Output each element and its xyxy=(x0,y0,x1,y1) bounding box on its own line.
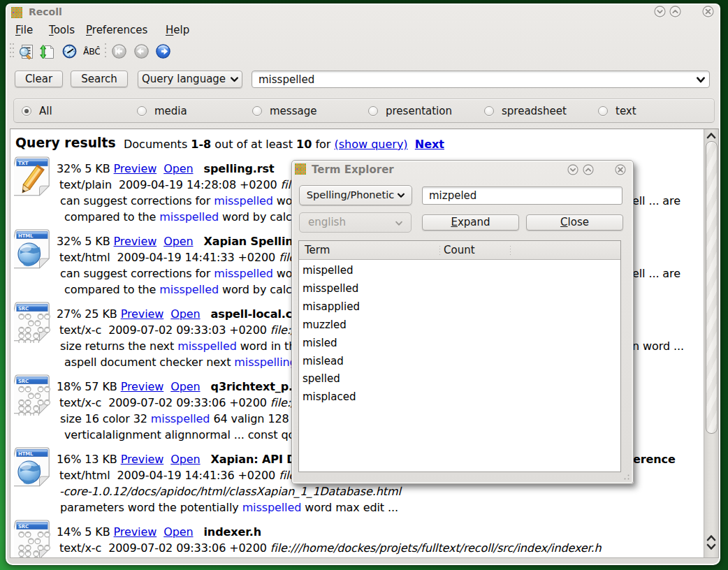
column-separator[interactable] xyxy=(510,246,511,255)
expand-button-label: Expand xyxy=(451,217,490,228)
open-link[interactable]: Open xyxy=(170,380,200,393)
results-scrollbar[interactable] xyxy=(704,129,718,557)
text-segment: aspell document checker next xyxy=(64,356,234,369)
search-input[interactable]: misspelled xyxy=(252,71,710,88)
sort-by-date-desc-button[interactable] xyxy=(62,44,77,61)
scroll-down-icon[interactable] xyxy=(706,543,716,551)
filter-radio-row: Allmediamessagepresentationspreadsheette… xyxy=(13,98,715,123)
toolbar-separator xyxy=(104,42,107,60)
preview-link[interactable]: Preview xyxy=(114,525,157,539)
preview-link[interactable]: Preview xyxy=(121,380,164,393)
term-input[interactable]: mizpeled xyxy=(422,187,623,205)
open-link[interactable]: Open xyxy=(163,162,193,175)
result-title: indexer.h xyxy=(203,525,261,539)
preview-link[interactable]: Preview xyxy=(121,453,164,466)
text-segment xyxy=(156,525,163,539)
text-segment: 27% 25 KB xyxy=(57,307,121,321)
recoll-app-icon xyxy=(295,163,306,175)
filter-radio-spreadsheet[interactable]: spreadsheet xyxy=(484,104,567,118)
search-term-highlight: misspelled xyxy=(214,267,273,280)
text-segment xyxy=(194,162,204,175)
term-input-value: mizpeled xyxy=(429,189,476,202)
term-row[interactable]: spelled xyxy=(303,370,512,388)
search-button-label: Search xyxy=(81,74,117,85)
text-segment xyxy=(201,453,211,466)
open-link[interactable]: Open xyxy=(170,453,200,466)
filter-radio-media[interactable]: media xyxy=(137,104,187,118)
open-link[interactable]: Open xyxy=(163,235,193,248)
show-query-link[interactable]: (show query) xyxy=(335,138,408,151)
resize-grip-icon[interactable] xyxy=(622,473,630,481)
text-segment: size 16 color 32 xyxy=(60,412,151,425)
search-button[interactable]: Search xyxy=(71,71,128,87)
preview-link[interactable]: Preview xyxy=(121,307,164,321)
sort-by-date-button[interactable] xyxy=(40,44,55,63)
filter-radio-text[interactable]: text xyxy=(598,104,636,118)
close-button[interactable] xyxy=(701,5,715,21)
recoll-app-icon xyxy=(11,7,22,18)
summary-text: Documents xyxy=(124,138,191,151)
text-segment: size returns the next xyxy=(60,339,177,353)
html-document-icon: HTML xyxy=(14,229,51,273)
result-line: -core-1.0.12/docs/apidoc/html/classXapia… xyxy=(59,483,401,499)
show-query-detail-button[interactable] xyxy=(19,44,34,63)
filter-radio-message[interactable]: message xyxy=(252,104,316,118)
text-segment: 32% 5 KB xyxy=(57,235,114,248)
text-segment xyxy=(163,453,170,466)
clear-button[interactable]: Clear xyxy=(15,71,63,87)
preview-link[interactable]: Preview xyxy=(114,162,157,175)
maximize-button[interactable] xyxy=(669,5,682,21)
text-segment: verticalalignment alignnormal ... const … xyxy=(64,428,326,441)
term-explorer-button[interactable]: ÅBĈ xyxy=(83,44,100,60)
column-header-count[interactable]: Count xyxy=(444,244,475,256)
svg-text:SRC: SRC xyxy=(18,379,29,384)
next-page-button[interactable] xyxy=(156,44,170,61)
summary-text: for xyxy=(312,138,334,151)
filter-radio-label: text xyxy=(616,105,636,117)
expand-button[interactable]: Expand xyxy=(422,214,519,231)
term-row[interactable]: misplaced xyxy=(303,388,512,406)
minimize-button[interactable] xyxy=(653,5,667,21)
maximize-button[interactable] xyxy=(582,163,595,179)
open-link[interactable]: Open xyxy=(163,525,193,539)
close-button[interactable] xyxy=(614,163,627,179)
expansion-mode-select[interactable]: Spelling/Phonetic xyxy=(299,185,412,205)
next-page-link[interactable]: Next xyxy=(415,138,444,151)
prev-page-button xyxy=(134,44,149,61)
term-row[interactable]: mispelled xyxy=(303,261,512,279)
summary-text: out of at least xyxy=(211,138,296,151)
term-row[interactable]: misspelled xyxy=(303,279,512,298)
filter-radio-label: message xyxy=(270,105,316,117)
term-row[interactable]: muzzled xyxy=(303,316,512,334)
close-button[interactable]: Close xyxy=(526,214,623,231)
scroll-up-icon[interactable] xyxy=(706,534,716,542)
result-line: 18% 57 KB Preview Open q3richtext_p.cpp xyxy=(57,379,315,395)
menu-preferences[interactable]: Preferences xyxy=(86,24,147,36)
query-language-select[interactable]: Query language xyxy=(138,71,242,88)
open-link[interactable]: Open xyxy=(170,307,200,321)
terms-table: Term Count mispelledmisspelledmisapplied… xyxy=(298,240,621,472)
menu-tools[interactable]: Tools xyxy=(49,24,75,36)
column-header-term[interactable]: Term xyxy=(305,244,330,256)
term-row[interactable]: misled xyxy=(303,334,512,352)
text-segment: can suggest corrections for xyxy=(60,267,214,280)
term-row[interactable]: mislead xyxy=(303,352,512,370)
term-row[interactable]: misapplied xyxy=(303,298,512,316)
menu-help[interactable]: Help xyxy=(166,24,189,36)
text-segment: text/x-c 2009-07-02 09:33:03 +0200 xyxy=(59,323,270,337)
results-header: Query resultsDocuments 1-8 out of at lea… xyxy=(15,136,700,154)
scroll-up-icon[interactable] xyxy=(706,131,716,140)
summary-text: 10 xyxy=(296,138,312,151)
menu-file[interactable]: File xyxy=(15,24,33,36)
search-term-highlight: misspelled xyxy=(159,210,219,224)
preview-link[interactable]: Preview xyxy=(114,235,157,248)
text-segment: text/html 2009-04-19 14:41:36 +0200 xyxy=(59,469,279,482)
text-segment: text/x-c 2009-07-02 09:33:06 +0200 xyxy=(59,396,270,409)
minimize-button[interactable] xyxy=(567,163,579,179)
text-segment: parameters word the potentially xyxy=(60,501,242,514)
filter-radio-all[interactable]: All xyxy=(22,104,52,118)
column-separator[interactable] xyxy=(439,246,440,255)
text-segment: 16% 13 KB xyxy=(57,453,121,466)
filter-radio-presentation[interactable]: presentation xyxy=(368,104,452,118)
scrollbar-thumb[interactable] xyxy=(706,141,718,434)
